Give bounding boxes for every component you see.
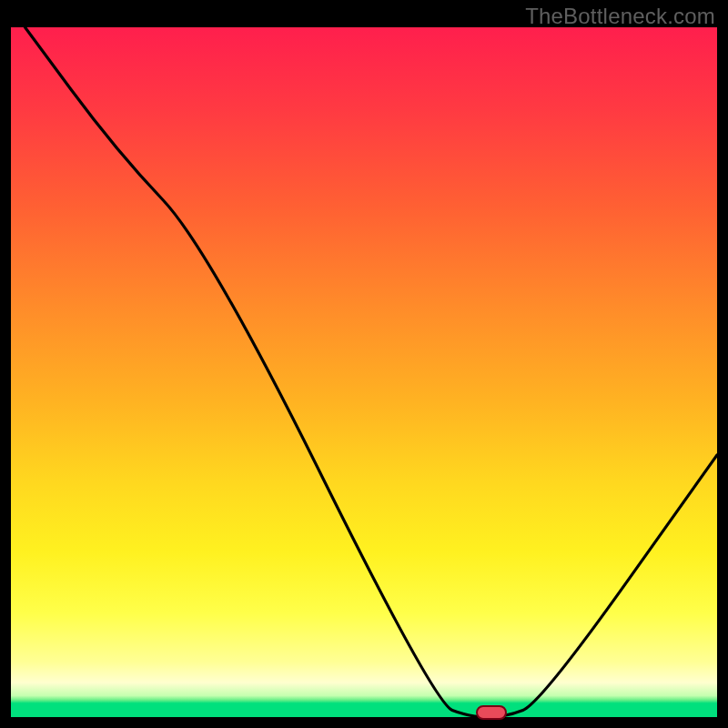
- watermark-text: TheBottleneck.com: [525, 4, 715, 29]
- curve-path: [25, 27, 717, 717]
- plot-area: [11, 27, 717, 717]
- optimum-marker: [476, 705, 507, 720]
- chart-container: TheBottleneck.com: [0, 0, 728, 728]
- line-curve: [11, 27, 717, 717]
